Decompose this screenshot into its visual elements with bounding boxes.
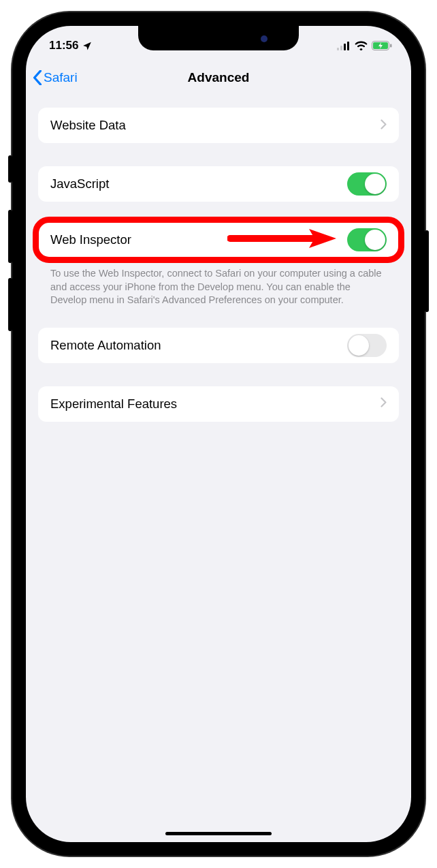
row-web-inspector[interactable]: Web Inspector xyxy=(38,222,399,258)
phone-frame: 11:56 xyxy=(12,12,425,856)
navigation-bar: Safari Advanced xyxy=(26,60,411,95)
chevron-right-icon xyxy=(381,397,387,410)
remote-automation-toggle[interactable] xyxy=(347,334,387,357)
side-button xyxy=(425,230,429,312)
row-label: Website Data xyxy=(50,118,126,133)
battery-charging-icon xyxy=(372,41,392,50)
web-inspector-highlight: Web Inspector xyxy=(38,222,399,258)
javascript-toggle[interactable] xyxy=(347,172,387,196)
svg-rect-0 xyxy=(337,48,339,50)
volume-up-button xyxy=(8,210,12,263)
cellular-signal-icon xyxy=(337,42,351,50)
screen: 11:56 xyxy=(26,26,411,842)
status-time: 11:56 xyxy=(49,39,78,52)
location-icon xyxy=(82,41,92,50)
chevron-left-icon xyxy=(33,70,42,85)
row-experimental-features[interactable]: Experimental Features xyxy=(38,386,399,422)
row-javascript[interactable]: JavaScript xyxy=(38,166,399,202)
svg-rect-6 xyxy=(390,44,392,48)
row-label: Experimental Features xyxy=(50,397,177,412)
page-title: Advanced xyxy=(188,70,250,85)
web-inspector-footer: To use the Web Inspector, connect to Saf… xyxy=(38,262,399,307)
chevron-right-icon xyxy=(381,119,387,132)
web-inspector-toggle[interactable] xyxy=(347,228,387,251)
row-label: Remote Automation xyxy=(50,338,161,353)
volume-down-button xyxy=(8,278,12,331)
svg-rect-1 xyxy=(340,46,342,50)
back-label: Safari xyxy=(44,70,78,85)
notch xyxy=(138,26,299,50)
row-website-data[interactable]: Website Data xyxy=(38,108,399,143)
wifi-icon xyxy=(355,41,368,50)
home-indicator[interactable] xyxy=(165,832,272,835)
row-label: JavaScript xyxy=(50,176,109,191)
back-button[interactable]: Safari xyxy=(33,70,78,85)
row-remote-automation[interactable]: Remote Automation xyxy=(38,328,399,363)
row-label: Web Inspector xyxy=(50,232,131,247)
svg-rect-2 xyxy=(344,44,346,50)
settings-content: Website Data JavaScript Web Inspector xyxy=(26,95,411,422)
mute-switch xyxy=(8,155,12,183)
svg-rect-3 xyxy=(347,42,349,50)
